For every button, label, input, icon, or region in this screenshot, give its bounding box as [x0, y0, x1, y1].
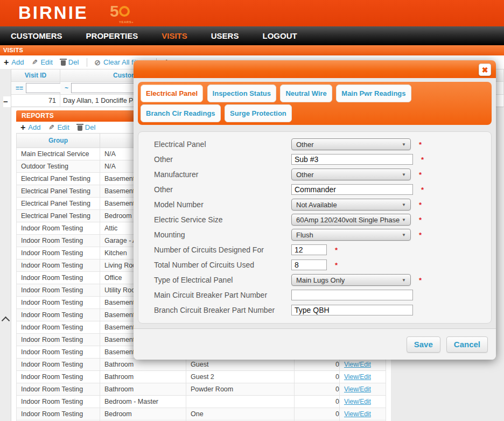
- required-indicator: *: [419, 231, 422, 239]
- count-cell: 0: [295, 359, 340, 371]
- view-edit-link[interactable]: View/Edit: [344, 385, 371, 393]
- group-cell: Outdoor Testing: [17, 160, 100, 173]
- pencil-icon: ✎: [32, 58, 38, 66]
- tabs-row-1: Electrical Panel Inspection Status Neutr…: [141, 85, 489, 104]
- modal-title-bar: ✖: [134, 60, 496, 78]
- plus-icon: +: [20, 124, 25, 131]
- field-label: Manufacturer: [154, 170, 291, 179]
- modal-tab[interactable]: Surge Protection: [225, 104, 292, 122]
- nav-item[interactable]: LOGOUT: [262, 31, 297, 40]
- required-indicator: *: [419, 276, 422, 284]
- chevron-down-icon: ▼: [402, 172, 406, 177]
- group-cell: Indoor Room Testing: [17, 259, 100, 272]
- room-cell: Bedroom: [100, 408, 186, 420]
- group-cell: Electrical Panel Testing: [17, 198, 100, 210]
- actions-cell: View/Edit: [340, 371, 386, 383]
- dropdown[interactable]: Main Lugs Only ▼: [291, 274, 411, 286]
- nav-item[interactable]: PROPERTIES: [86, 31, 138, 40]
- name-cell: [186, 396, 295, 408]
- dropdown[interactable]: 60Amp 120/240volt Single Phase ▼: [291, 214, 411, 226]
- required-indicator: *: [335, 246, 338, 254]
- text-field[interactable]: [291, 154, 413, 165]
- save-button[interactable]: Save: [407, 336, 440, 353]
- form-field-row: Manufacturer Other ▼ *: [154, 169, 491, 180]
- reports-add-label: Add: [28, 123, 40, 131]
- form-field-row: Electrical Panel Other ▼ *: [154, 138, 491, 150]
- group-cell: Electrical Panel Testing: [17, 210, 100, 222]
- dropdown[interactable]: Other ▼: [291, 138, 411, 150]
- dropdown-value: 60Amp 120/240volt Single Phase: [296, 216, 400, 224]
- report-row: Indoor Room Testing Bedroom - Master 0 V…: [17, 396, 386, 408]
- number-field[interactable]: [291, 244, 327, 255]
- reports-add-button[interactable]: + Add: [20, 123, 40, 131]
- group-cell: Indoor Room Testing: [17, 359, 100, 371]
- text-field[interactable]: [291, 184, 413, 195]
- modal-tab[interactable]: Electrical Panel: [141, 85, 203, 102]
- column-header-visit-id[interactable]: Visit ID: [11, 69, 60, 82]
- visit-id-filter-input[interactable]: [26, 83, 61, 93]
- view-edit-link[interactable]: View/Edit: [344, 373, 371, 381]
- add-button[interactable]: + Add: [4, 58, 24, 66]
- dropdown[interactable]: Other ▼: [291, 169, 411, 180]
- form-field-row: Mounting Flush ▼ *: [154, 229, 491, 241]
- group-cell: Indoor Room Testing: [17, 235, 100, 247]
- modal-tab[interactable]: Inspection Status: [207, 85, 276, 102]
- dropdown-value: Main Lugs Only: [296, 276, 345, 284]
- modal-tab[interactable]: Main Pwr Readings: [336, 85, 411, 102]
- field-label: Electric Service Size: [154, 215, 291, 224]
- group-cell: Indoor Room Testing: [17, 284, 100, 297]
- trash-icon: [78, 125, 82, 131]
- field-label: Model Number: [154, 200, 291, 209]
- reports-edit-label: Edit: [57, 123, 69, 131]
- dropdown-value: Flush: [296, 231, 313, 239]
- view-edit-link[interactable]: View/Edit: [344, 361, 371, 368]
- name-cell: One: [186, 408, 295, 420]
- column-header-group[interactable]: Group: [17, 134, 100, 148]
- anniversary-badge: 5 YEARS+: [110, 3, 130, 19]
- modal-close-button[interactable]: ✖: [479, 64, 491, 76]
- collapse-row-button[interactable]: −: [3, 96, 11, 107]
- clear-filters-icon: ⊘: [94, 59, 101, 66]
- edit-button[interactable]: ✎ Edit: [32, 58, 52, 66]
- text-field[interactable]: [291, 305, 413, 315]
- view-edit-link[interactable]: View/Edit: [344, 410, 371, 418]
- required-indicator: *: [419, 216, 422, 224]
- modal-tabs: Electrical Panel Inspection Status Neutr…: [138, 82, 492, 125]
- del-button[interactable]: Del: [61, 58, 79, 66]
- dropdown-value: Other: [296, 171, 314, 179]
- group-cell: Electrical Panel Testing: [17, 173, 100, 185]
- form-field-row: Electric Service Size 60Amp 120/240volt …: [154, 214, 491, 226]
- modal-footer: Save Cancel: [134, 328, 496, 360]
- field-label: Total Number of Circuits Used: [154, 261, 291, 269]
- text-field[interactable]: [291, 290, 413, 300]
- required-indicator: *: [419, 171, 422, 179]
- group-cell: Indoor Room Testing: [17, 297, 100, 309]
- modal-tab[interactable]: Neutral Wire: [280, 85, 332, 102]
- form-field-row: Type of Electrical Panel Main Lugs Only …: [154, 274, 491, 286]
- dropdown[interactable]: Flush ▼: [291, 229, 411, 241]
- form-field-row: Number of Circuits Designed For *: [154, 244, 491, 256]
- main-nav: CUSTOMERS PROPERTIES VISITS USERS LOGOUT: [0, 26, 504, 45]
- header-banner: BIRNIE 5 YEARS+: [0, 0, 504, 26]
- group-cell: Indoor Room Testing: [17, 383, 100, 396]
- pencil-icon: ✎: [48, 123, 54, 131]
- report-row: Indoor Room Testing Bathroom Powder Room…: [17, 383, 386, 396]
- name-cell: Guest: [186, 359, 295, 371]
- modal-tab[interactable]: Branch Cir Readings: [141, 104, 221, 122]
- number-field[interactable]: [291, 259, 327, 270]
- customer-filter-operator[interactable]: ~: [65, 85, 68, 92]
- nav-item[interactable]: CUSTOMERS: [11, 31, 62, 40]
- anniversary-sub: YEARS+: [119, 20, 134, 24]
- reports-edit-button[interactable]: ✎ Edit: [48, 123, 69, 131]
- view-edit-link[interactable]: View/Edit: [344, 398, 371, 405]
- chevron-down-icon: ▼: [402, 202, 406, 207]
- reports-del-button[interactable]: Del: [78, 123, 96, 131]
- dropdown[interactable]: Not Available ▼: [291, 199, 411, 210]
- cancel-button[interactable]: Cancel: [446, 336, 488, 353]
- field-label: Electrical Panel: [154, 140, 291, 149]
- nav-item[interactable]: USERS: [211, 31, 239, 40]
- visit-id-filter-operator[interactable]: ==: [16, 85, 23, 92]
- nav-item[interactable]: VISITS: [162, 31, 187, 40]
- left-gutter: [0, 69, 11, 421]
- group-cell: Indoor Room Testing: [17, 309, 100, 321]
